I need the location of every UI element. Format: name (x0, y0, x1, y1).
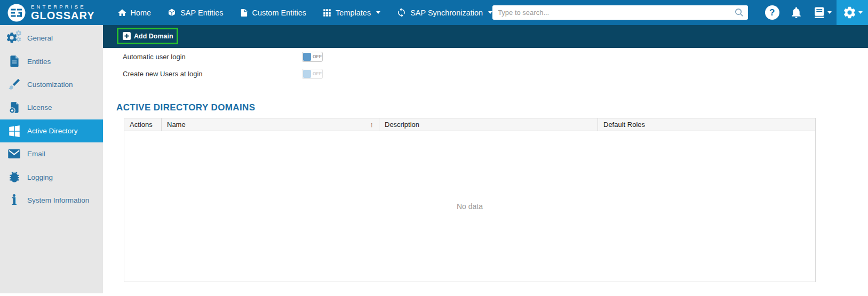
sidebar-item-label: Email (27, 150, 45, 158)
setting-row: Automatic user login OFF (123, 48, 868, 65)
info-icon (6, 193, 22, 207)
cube-icon (167, 8, 177, 18)
gears-icon (6, 31, 22, 46)
sidebar-item-email[interactable]: Email (0, 142, 103, 165)
app-logo[interactable]: ENTERPRISE GLOSSARY (0, 3, 95, 22)
create-users-toggle: OFF (302, 69, 323, 79)
sidebar-item-label: Entities (27, 58, 51, 66)
content-toolbar: Add Domain (103, 25, 868, 48)
eg-logo-icon (7, 3, 26, 22)
domains-table: Actions Name ↑ Description Default Roles… (124, 118, 816, 282)
automatic-user-login-toggle[interactable]: OFF (302, 52, 323, 62)
login-settings: Automatic user login OFF Create new User… (103, 48, 868, 82)
no-data-text: No data (457, 202, 483, 211)
active-directory-page: Automatic user login OFF Create new User… (103, 48, 868, 296)
sidebar-item-license[interactable]: License (0, 96, 103, 119)
table-header: Actions Name ↑ Description Default Roles (124, 118, 815, 131)
book-icon (813, 6, 826, 19)
bell-icon (790, 6, 803, 19)
navbar-actions (760, 0, 868, 25)
automatic-user-login-label: Automatic user login (123, 53, 302, 61)
sidebar-item-label: General (27, 34, 53, 42)
sidebar-item-general[interactable]: General (0, 27, 103, 50)
nav-sap-synchronization[interactable]: SAP Synchronization (396, 7, 492, 18)
sidebar-item-customization[interactable]: Customization (0, 73, 103, 96)
chevron-down-icon (858, 11, 863, 14)
home-icon (117, 8, 127, 18)
envelope-icon (6, 147, 22, 162)
chevron-down-icon (376, 11, 380, 14)
license-icon (6, 100, 22, 115)
table-empty-state: No data (124, 131, 815, 282)
create-users-label: Create new Users at login (123, 70, 302, 78)
nav-sap-synchronization-label: SAP Synchronization (410, 9, 483, 17)
column-header-actions[interactable]: Actions (124, 118, 162, 131)
sync-icon (396, 7, 407, 18)
chevron-down-icon (827, 11, 832, 14)
windows-icon (6, 123, 22, 138)
glossary-menu-button[interactable] (808, 0, 837, 25)
add-domain-label: Add Domain (134, 33, 173, 40)
help-icon (765, 5, 779, 20)
nav-home[interactable]: Home (117, 8, 152, 18)
column-label: Name (167, 121, 186, 129)
notifications-button[interactable] (784, 0, 808, 25)
sidebar-item-label: Customization (27, 81, 73, 89)
column-label: Actions (130, 121, 153, 129)
column-header-default-roles[interactable]: Default Roles (598, 118, 815, 131)
nav-templates-label: Templates (336, 9, 371, 17)
grid-icon (322, 8, 332, 18)
nav-home-label: Home (131, 9, 152, 17)
nav-sap-entities[interactable]: SAP Entities (167, 8, 223, 18)
sidebar-item-active-directory[interactable]: Active Directory (0, 119, 103, 142)
toggle-knob (303, 53, 311, 61)
column-label: Description (385, 121, 419, 129)
help-button[interactable] (760, 0, 784, 25)
settings-menu-button[interactable] (837, 0, 868, 25)
sidebar-item-entities[interactable]: Entities (0, 50, 103, 73)
page-title: ACTIVE DIRECTORY DOMAINS (116, 102, 868, 113)
top-navbar: ENTERPRISE GLOSSARY Home SAP Entities Cu… (0, 0, 868, 25)
plus-icon (123, 32, 131, 40)
search-input[interactable] (492, 5, 748, 20)
column-label: Default Roles (603, 121, 645, 129)
nav-custom-entities[interactable]: Custom Entities (240, 8, 307, 18)
brand-line1: ENTERPRISE (31, 4, 95, 10)
sidebar-item-label: Logging (27, 173, 53, 181)
sidebar-item-label: License (27, 103, 52, 111)
search-icon[interactable] (734, 7, 744, 18)
toggle-state: OFF (311, 71, 322, 76)
click-highlight: Add Domain (117, 28, 178, 44)
document-icon (6, 54, 22, 69)
global-search (492, 5, 748, 20)
nav-custom-entities-label: Custom Entities (252, 9, 307, 17)
column-header-name[interactable]: Name ↑ (162, 118, 379, 131)
nav-sap-entities-label: SAP Entities (180, 9, 223, 17)
setting-row: Create new Users at login OFF (123, 65, 868, 82)
file-icon (240, 8, 249, 18)
brush-icon (6, 77, 22, 92)
sidebar-item-label: System Information (27, 196, 89, 204)
settings-sidebar: General Entities Customization (0, 25, 103, 293)
nav-templates[interactable]: Templates (322, 8, 380, 18)
column-header-description[interactable]: Description (379, 118, 598, 131)
sidebar-item-logging[interactable]: Logging (0, 165, 103, 188)
chevron-down-icon (488, 11, 492, 14)
sidebar-item-system-information[interactable]: System Information (0, 189, 103, 212)
main-nav: Home SAP Entities Custom Entities Templa… (117, 7, 493, 18)
sort-ascending-icon: ↑ (370, 121, 374, 129)
bug-icon (6, 170, 22, 185)
add-domain-button[interactable]: Add Domain (118, 29, 177, 43)
toggle-state: OFF (311, 54, 322, 59)
sidebar-item-label: Active Directory (27, 127, 78, 135)
toggle-knob (303, 70, 311, 78)
gear-icon (842, 5, 857, 20)
brand-line2: GLOSSARY (31, 10, 95, 21)
